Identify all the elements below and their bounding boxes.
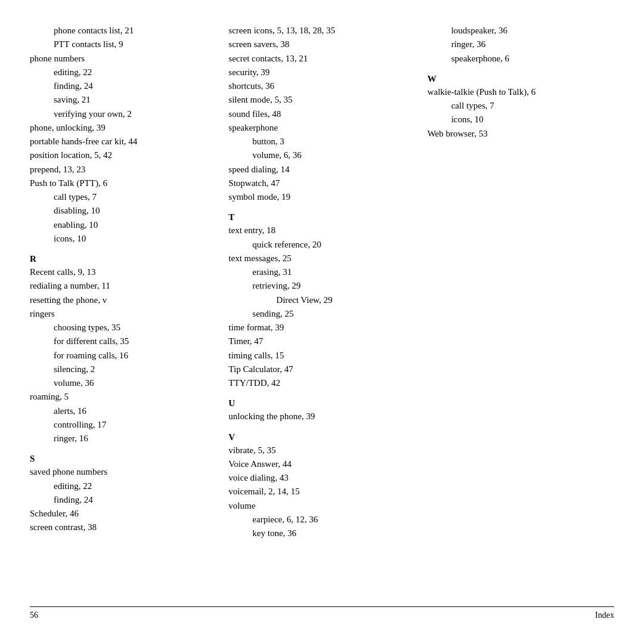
- index-entry: secret contacts, 13, 21: [228, 52, 415, 66]
- index-entry: shortcuts, 36: [228, 79, 415, 93]
- index-entry: speakerphone: [228, 121, 415, 135]
- index-entry: Recent calls, 9, 13: [30, 265, 216, 279]
- index-column-2: screen icons, 5, 13, 18, 28, 35screen sa…: [228, 24, 427, 600]
- index-entry: ringer, 36: [428, 38, 614, 51]
- index-entry: finding, 24: [30, 79, 216, 93]
- index-entry: ringers: [30, 307, 216, 321]
- index-entry: erasing, 31: [228, 265, 415, 279]
- index-entry: time format, 39: [228, 321, 415, 335]
- section-label: Index: [595, 611, 614, 620]
- index-entry: [30, 445, 216, 448]
- index-entry: screen contrast, 38: [30, 521, 216, 534]
- index-entry: icons, 10: [30, 232, 216, 246]
- index-entry: T: [228, 212, 415, 222]
- index-entry: phone, unlocking, 39: [30, 121, 216, 135]
- index-entry: PTT contacts list, 9: [30, 38, 216, 51]
- index-entry: vibrate, 5, 35: [228, 444, 415, 457]
- index-entry: screen icons, 5, 13, 18, 28, 35: [228, 24, 415, 38]
- index-column-3: loudspeaker, 36ringer, 36speakerphone, 6…: [428, 24, 614, 600]
- index-entry: volume, 6, 36: [228, 148, 415, 162]
- index-entry: quick reference, 20: [228, 238, 415, 252]
- index-column-1: phone contacts list, 21PTT contacts list…: [30, 24, 228, 600]
- footer: 56 Index: [30, 606, 614, 620]
- index-entry: Voice Answer, 44: [228, 457, 415, 471]
- index-entry: [30, 246, 216, 248]
- index-entry: sending, 25: [228, 307, 415, 321]
- index-entry: saving, 21: [30, 93, 216, 107]
- index-entry: call types, 7: [30, 190, 216, 204]
- page: phone contacts list, 21PTT contacts list…: [0, 0, 644, 644]
- index-entry: call types, 7: [428, 99, 614, 113]
- index-entry: voicemail, 2, 14, 15: [228, 485, 415, 499]
- index-entry: security, 39: [228, 66, 415, 79]
- index-entry: W: [428, 74, 614, 84]
- index-entry: editing, 22: [30, 66, 216, 79]
- index-entry: [428, 66, 614, 68]
- index-entry: U: [228, 398, 415, 408]
- index-entry: Scheduler, 46: [30, 507, 216, 521]
- index-entry: text messages, 25: [228, 252, 415, 265]
- index-entry: R: [30, 254, 216, 264]
- index-entry: redialing a number, 11: [30, 279, 216, 293]
- index-entry: volume: [228, 499, 415, 513]
- index-entry: for roaming calls, 16: [30, 349, 216, 363]
- index-entry: prepend, 13, 23: [30, 163, 216, 177]
- index-entry: loudspeaker, 36: [428, 24, 614, 38]
- index-entry: V: [228, 432, 415, 442]
- index-entry: phone contacts list, 21: [30, 24, 216, 38]
- index-entry: saved phone numbers: [30, 465, 216, 479]
- index-entry: [228, 390, 415, 392]
- index-entry: choosing types, 35: [30, 321, 216, 335]
- index-entry: disabling, 10: [30, 204, 216, 218]
- index-entry: silent mode, 5, 35: [228, 93, 415, 107]
- index-entry: alerts, 16: [30, 404, 216, 418]
- index-entry: walkie-talkie (Push to Talk), 6: [428, 85, 614, 99]
- index-entry: S: [30, 454, 216, 464]
- index-entry: Tip Calculator, 47: [228, 363, 415, 376]
- index-content: phone contacts list, 21PTT contacts list…: [30, 24, 614, 600]
- index-entry: earpiece, 6, 12, 36: [228, 513, 415, 527]
- index-entry: button, 3: [228, 135, 415, 148]
- index-entry: silencing, 2: [30, 363, 216, 376]
- index-entry: symbol mode, 19: [228, 190, 415, 204]
- index-entry: phone numbers: [30, 52, 216, 66]
- index-entry: enabling, 10: [30, 218, 216, 232]
- index-entry: TTY/TDD, 42: [228, 376, 415, 390]
- index-entry: text entry, 18: [228, 224, 415, 237]
- index-entry: unlocking the phone, 39: [228, 410, 415, 423]
- index-entry: roaming, 5: [30, 390, 216, 404]
- index-entry: Timer, 47: [228, 335, 415, 348]
- index-entry: resetting the phone, v: [30, 293, 216, 307]
- index-entry: finding, 24: [30, 493, 216, 507]
- index-entry: icons, 10: [428, 113, 614, 126]
- index-entry: [228, 204, 415, 206]
- index-entry: verifying your own, 2: [30, 107, 216, 121]
- index-entry: [228, 424, 415, 426]
- index-entry: volume, 36: [30, 376, 216, 390]
- index-entry: screen savers, 38: [228, 38, 415, 51]
- index-entry: editing, 22: [30, 479, 216, 493]
- index-entry: Push to Talk (PTT), 6: [30, 177, 216, 190]
- index-entry: speakerphone, 6: [428, 52, 614, 66]
- index-entry: voice dialing, 43: [228, 471, 415, 485]
- index-entry: Web browser, 53: [428, 127, 614, 141]
- index-entry: key tone, 36: [228, 527, 415, 540]
- page-number: 56: [30, 611, 38, 620]
- index-entry: controlling, 17: [30, 418, 216, 432]
- index-entry: retrieving, 29: [228, 279, 415, 293]
- index-entry: Stopwatch, 47: [228, 177, 415, 190]
- index-entry: sound files, 48: [228, 107, 415, 121]
- index-entry: ringer, 16: [30, 432, 216, 445]
- index-entry: timing calls, 15: [228, 349, 415, 363]
- index-entry: speed dialing, 14: [228, 163, 415, 177]
- index-entry: position location, 5, 42: [30, 148, 216, 162]
- index-entry: for different calls, 35: [30, 335, 216, 348]
- index-entry: Direct View, 29: [228, 293, 415, 307]
- index-entry: portable hands-free car kit, 44: [30, 135, 216, 148]
